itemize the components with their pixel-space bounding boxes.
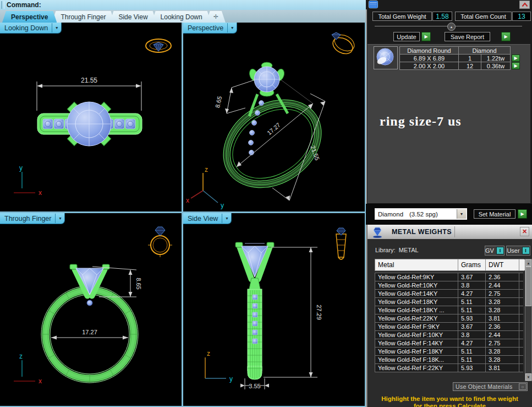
- tab-looking-down[interactable]: Looking Down: [152, 11, 211, 23]
- axis-z-label: z: [205, 166, 208, 173]
- save-report-button[interactable]: Save Report: [445, 32, 490, 41]
- tab-side-view[interactable]: Side View: [109, 11, 156, 23]
- total-gem-count-label: Total Gem Count: [455, 12, 512, 21]
- material-dropdown[interactable]: Diamond (3.52 spg) ▼: [375, 208, 467, 220]
- column-metal[interactable]: Metal: [375, 259, 458, 270]
- gem-thumbnail[interactable]: [374, 46, 398, 69]
- metal-row[interactable]: Yellow Gold-Ref F:9KY3.672.36: [375, 322, 523, 331]
- viewport-perspective[interactable]: Perspective ▼: [183, 23, 365, 211]
- axis-gizmo: z x: [14, 352, 42, 385]
- update-button[interactable]: Update: [393, 32, 420, 41]
- dim-inner-diameter-text: 17.27: [82, 329, 97, 335]
- side-view-canvas[interactable]: 27.29 3.55 z y: [183, 213, 365, 406]
- axis-x-label: x: [39, 377, 42, 385]
- play-icon: ▶: [424, 34, 427, 39]
- viewport-menu-icon[interactable]: ▼: [228, 26, 237, 30]
- gem-row-go-button[interactable]: ▶: [512, 55, 520, 62]
- update-go-button[interactable]: ▶: [421, 32, 431, 41]
- instruction-line-1: Highlight the item you want to find the …: [368, 395, 532, 403]
- metal-row[interactable]: Yellow Gold-Ref:9KY3.672.36: [375, 273, 523, 281]
- axis-z-label: z: [19, 352, 23, 360]
- gv-toggle-indicator[interactable]: I: [496, 247, 504, 254]
- metal-weights-icon: [371, 226, 384, 238]
- perspective-canvas[interactable]: 8.65 17.27 21.55 z x y: [183, 23, 365, 211]
- play-icon: ▶: [514, 56, 517, 61]
- dropdown-radio-icon[interactable]: ○: [519, 383, 526, 390]
- metal-row[interactable]: Yellow Gold-Ref:18KY5.113.28: [375, 297, 523, 306]
- gem-weight-cell[interactable]: 1.22tw: [481, 55, 510, 62]
- library-value: METAL: [399, 247, 419, 253]
- app-window: Command: Perspective Through Finger Side…: [0, 0, 532, 407]
- gem-row-go-button[interactable]: ▶: [512, 62, 520, 69]
- set-material-button[interactable]: Set Material: [474, 209, 515, 219]
- save-report-go-button[interactable]: ▶: [501, 32, 511, 41]
- viewport-through-finger-label[interactable]: Through Finger ▼: [0, 213, 65, 224]
- gem-count-cell[interactable]: 12: [459, 62, 481, 69]
- material-name: Diamond: [376, 211, 403, 218]
- ring-side-view: [248, 278, 262, 379]
- dim-head-height-text: 8.65: [135, 278, 142, 289]
- metal-row[interactable]: Yellow Gold-Ref F:18K...5.113.28: [375, 355, 523, 364]
- gem-size-cell[interactable]: 6.89 X 6.89: [400, 55, 458, 62]
- axis-x-label: x: [186, 197, 189, 204]
- close-button[interactable]: ✕: [520, 227, 529, 236]
- viewport-menu-icon[interactable]: ▼: [56, 216, 64, 220]
- metal-weights-titlebar[interactable]: METAL WEIGHTS ✕: [368, 225, 532, 239]
- viewport-perspective-label[interactable]: Perspective ▼: [183, 23, 237, 34]
- set-material-go-button[interactable]: ▶: [518, 209, 527, 219]
- gem-size-cell[interactable]: 2.00 X 2.00: [400, 62, 458, 69]
- metal-row[interactable]: Yellow Gold-Ref F:22KY5.933.81: [375, 363, 523, 372]
- viewport-side-view[interactable]: Side View ▼: [183, 213, 365, 406]
- ring-perspective-view: [207, 82, 338, 205]
- instruction-line-2: for then press Calculate: [368, 403, 532, 407]
- tab-add-layout[interactable]: ✛: [206, 11, 226, 23]
- metal-row[interactable]: Yellow Gold-Ref F:18KY5.113.28: [375, 347, 523, 356]
- command-bar[interactable]: Command:: [0, 0, 367, 10]
- ring-thumbnail-3d-icon: [330, 32, 357, 57]
- viewport-side-view-label[interactable]: Side View ▼: [183, 213, 232, 224]
- viewport-menu-icon[interactable]: ▼: [52, 26, 61, 30]
- gem-count-cell[interactable]: 1: [459, 55, 481, 62]
- tab-through-finger[interactable]: Through Finger: [52, 11, 114, 23]
- splitter-handle[interactable]: ▲: [447, 23, 456, 31]
- column-grams[interactable]: Grams: [458, 259, 485, 270]
- metal-row[interactable]: Yellow Gold-Ref:14KY4.272.75: [375, 289, 523, 298]
- metal-table-header: Metal Grams DWT: [375, 259, 524, 271]
- scrollbar-thumb[interactable]: [525, 267, 531, 306]
- gem-report-panel: Total Gem Weight 1.58 Total Gem Count 13…: [366, 0, 532, 407]
- metal-table-body: Yellow Gold-Ref:9KY3.672.36 Yellow Gold-…: [375, 273, 523, 381]
- metal-row[interactable]: Yellow Gold-Ref:18KY ...5.113.28: [375, 306, 523, 314]
- use-object-materials-dropdown[interactable]: Use Object Materials ○: [453, 382, 528, 391]
- metal-row[interactable]: Yellow Gold-Ref:22KY5.933.81: [375, 314, 523, 323]
- collapse-panel-button[interactable]: [519, 1, 530, 9]
- ring-thumbnail-front-icon: [148, 227, 172, 257]
- viewport-menu-icon[interactable]: ▼: [222, 216, 231, 220]
- viewport-grid: Looking Down ▼ 21.55: [0, 23, 366, 407]
- scroll-down-button[interactable]: ▼: [525, 373, 531, 381]
- metal-row[interactable]: Yellow Gold-Ref F:10KY3.82.44: [375, 330, 523, 339]
- user-toggle-button[interactable]: User I: [506, 246, 530, 256]
- viewport-looking-down[interactable]: Looking Down ▼ 21.55: [0, 23, 182, 211]
- metal-table-scrollbar[interactable]: ▲ ▼: [525, 259, 532, 381]
- library-label: Library:: [375, 247, 396, 253]
- viewport-through-finger[interactable]: Through Finger ▼: [0, 213, 182, 406]
- chevron-up-icon: ▲: [450, 25, 453, 29]
- axis-z-label: z: [207, 350, 210, 357]
- looking-down-canvas[interactable]: 21.55: [0, 23, 182, 211]
- column-dwt[interactable]: DWT: [486, 259, 519, 270]
- gem-table: Diamond Round Diamond 6.89 X 6.89 1 1.22…: [399, 46, 511, 70]
- scroll-up-button[interactable]: ▲: [525, 259, 531, 267]
- viewport-looking-down-label[interactable]: Looking Down ▼: [0, 23, 62, 34]
- gv-toggle-button[interactable]: GV I: [485, 246, 504, 256]
- gem-report-icon[interactable]: [369, 1, 378, 8]
- gem-weight-cell[interactable]: 0.36tw: [481, 62, 510, 69]
- user-toggle-indicator[interactable]: I: [522, 247, 530, 254]
- through-finger-canvas[interactable]: 8.65 17.27 z x: [0, 213, 182, 406]
- material-strip: Diamond (3.52 spg) ▼ Set Material ▶: [366, 204, 532, 225]
- metal-row[interactable]: Yellow Gold-Ref:10KY3.82.44: [375, 281, 523, 290]
- ring-head: [70, 264, 109, 306]
- dropdown-arrow-icon[interactable]: ▼: [457, 209, 466, 219]
- metal-row[interactable]: Yellow Gold-Ref F:14KY4.272.75: [375, 339, 523, 348]
- dim-width-text: 21.55: [81, 77, 97, 84]
- tab-perspective[interactable]: Perspective: [2, 11, 57, 23]
